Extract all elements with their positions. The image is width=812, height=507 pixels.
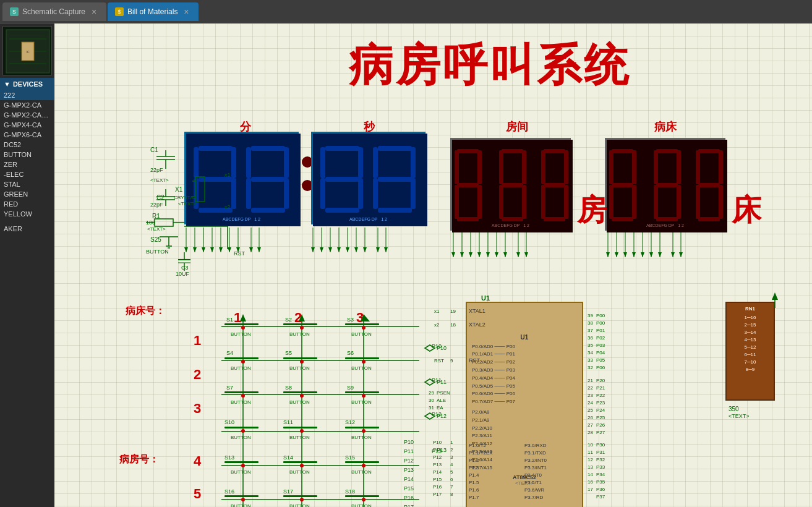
- room-char: 房: [577, 190, 607, 230]
- svg-rect-23: [325, 146, 359, 151]
- svg-rect-58: [564, 185, 568, 219]
- svg-marker-370: [495, 252, 498, 257]
- svg-text:34: 34: [588, 350, 593, 356]
- svg-text:S25: S25: [150, 236, 161, 243]
- svg-rect-15: [251, 146, 285, 151]
- svg-text:BUTTON: BUTTON: [351, 503, 372, 507]
- tab-bom[interactable]: $ Bill of Materials ×: [108, 2, 199, 21]
- sidebar-item-button[interactable]: BUTTON: [0, 150, 54, 160]
- svg-rect-218: [224, 357, 259, 359]
- sidebar-item-mpx2cabl[interactable]: G-MPX2-CA-BL: [0, 110, 54, 120]
- svg-text:P37: P37: [596, 494, 605, 500]
- svg-rect-73: [677, 185, 681, 219]
- svg-point-227: [362, 360, 365, 364]
- svg-text:BUTTON: BUTTON: [351, 399, 372, 405]
- svg-text:P12: P12: [437, 413, 447, 419]
- svg-text:2: 2: [450, 447, 453, 453]
- svg-text:S11: S11: [283, 419, 293, 425]
- svg-text:11: 11: [588, 449, 593, 455]
- svg-rect-12: [231, 147, 236, 178]
- svg-marker-353: [363, 247, 367, 252]
- svg-text:R1: R1: [152, 213, 160, 219]
- svg-marker-384: [615, 252, 618, 257]
- sidebar-item-elec[interactable]: -ELEC: [0, 169, 54, 179]
- svg-text:BUTTON: BUTTON: [289, 331, 310, 337]
- svg-point-263: [362, 464, 365, 467]
- svg-text:BUTTON: BUTTON: [231, 503, 251, 507]
- sidebar-item-mpx2ca[interactable]: G-MPX2-CA: [0, 100, 54, 110]
- tab-schematic[interactable]: S Schematic Capture ×: [2, 2, 106, 21]
- sidebar-item-green[interactable]: GREEN: [0, 189, 54, 199]
- svg-text:27: 27: [588, 422, 593, 428]
- svg-rect-60: [612, 149, 633, 153]
- sidebar-item-dc52[interactable]: DC52: [0, 140, 54, 150]
- svg-text:P10: P10: [433, 440, 442, 445]
- svg-text:14: 14: [588, 472, 593, 477]
- svg-marker-334: [249, 247, 253, 252]
- tab-schematic-close[interactable]: ×: [89, 7, 99, 17]
- sidebar-item-zer[interactable]: ZER: [0, 160, 54, 169]
- bed-number-label: 病床号：: [126, 305, 165, 318]
- sidebar-item-222[interactable]: 222: [0, 90, 54, 100]
- svg-text:P31: P31: [596, 449, 605, 455]
- canvas-area[interactable]: 病房呼叫系统 分 秒 房间 病床: [54, 23, 812, 507]
- svg-text:P24: P24: [596, 407, 605, 413]
- schematic-svg: C1 22pF <TEXT> X1 CRYSTAL <TEXT> C2 22pF…: [54, 23, 812, 507]
- svg-text:S3: S3: [347, 317, 354, 323]
- svg-marker-383: [606, 252, 610, 257]
- schematic-thumbnail[interactable]: IC: [2, 26, 52, 75]
- svg-text:29: 29: [429, 390, 434, 396]
- svg-text:P36: P36: [596, 487, 605, 492]
- svg-text:C2: C2: [156, 194, 165, 201]
- svg-rect-78: [719, 150, 723, 184]
- svg-point-215: [362, 326, 365, 330]
- svg-rect-258: [283, 461, 317, 463]
- svg-rect-33: [373, 147, 378, 178]
- svg-text:S5: S5: [285, 350, 292, 356]
- svg-text:35: 35: [588, 343, 593, 348]
- svg-text:P34: P34: [596, 472, 605, 477]
- svg-text:P11: P11: [437, 379, 447, 385]
- svg-marker-279: [425, 413, 435, 419]
- sidebar-item-stal[interactable]: STAL: [0, 179, 54, 189]
- svg-text:100: 100: [146, 219, 155, 226]
- svg-text:18: 18: [450, 322, 456, 328]
- col-2: 2: [294, 310, 302, 326]
- svg-marker-347: [311, 247, 315, 252]
- sidebar-item-aker[interactable]: AKER: [0, 224, 54, 234]
- tab-bom-close[interactable]: ×: [181, 7, 191, 17]
- svg-text:P16: P16: [433, 484, 442, 490]
- svg-point-223: [300, 360, 304, 364]
- svg-text:S4: S4: [226, 350, 233, 356]
- svg-marker-350: [337, 247, 341, 252]
- svg-marker-348: [320, 247, 323, 252]
- svg-rect-29: [358, 178, 363, 209]
- svg-text:BUTTON: BUTTON: [231, 365, 251, 371]
- svg-text:BUTTON: BUTTON: [351, 331, 372, 337]
- svg-rect-55: [541, 150, 545, 184]
- svg-text:S2: S2: [285, 317, 292, 323]
- svg-rect-62: [612, 217, 633, 221]
- sidebar-item-yellow[interactable]: YELLOW: [0, 209, 54, 219]
- svg-text:21: 21: [588, 378, 593, 383]
- svg-rect-234: [283, 391, 317, 393]
- svg-rect-39: [457, 183, 479, 187]
- svg-text:P12: P12: [404, 458, 414, 464]
- svg-rect-40: [457, 217, 479, 221]
- svg-marker-367: [469, 252, 472, 257]
- svg-marker-385: [623, 252, 627, 257]
- svg-marker-328: [193, 247, 197, 252]
- svg-marker-278: [425, 379, 435, 385]
- sidebar-item-mpx6ca[interactable]: G-MPX6-CA: [0, 130, 54, 140]
- svg-marker-390: [671, 252, 675, 257]
- display-sec: ABCDEFG DP 1 2: [311, 132, 425, 224]
- svg-text:19: 19: [450, 309, 456, 314]
- svg-marker-355: [384, 247, 388, 252]
- svg-marker-372: [516, 252, 520, 257]
- svg-text:P13: P13: [433, 462, 442, 467]
- sidebar-item-mpx4ca[interactable]: G-MPX4-CA: [0, 120, 54, 130]
- svg-text:P22: P22: [596, 393, 605, 398]
- svg-rect-230: [224, 391, 259, 393]
- svg-text:<TEXT>: <TEXT>: [150, 177, 169, 183]
- sidebar-item-red[interactable]: RED: [0, 199, 54, 209]
